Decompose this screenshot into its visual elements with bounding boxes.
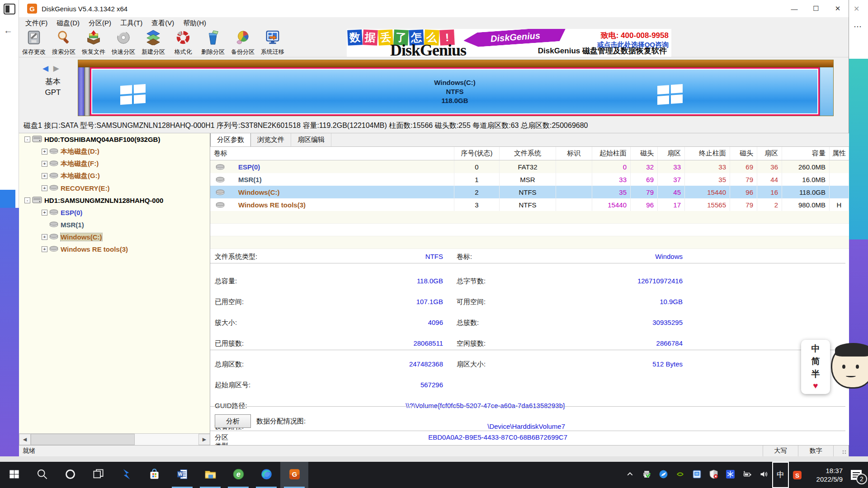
toolbar-button-recover-files[interactable]: 恢复文件	[79, 29, 108, 57]
tree-expander-icon[interactable]: +	[42, 161, 47, 167]
tree-item-7[interactable]: MSR(1)	[19, 219, 210, 231]
taskbar-cortana-button[interactable]	[56, 462, 84, 488]
table-row[interactable]: MSR(1)1MSR33693735794416.0MB	[210, 173, 849, 186]
tray-intel-button[interactable]	[689, 462, 705, 488]
close-button[interactable]: ✕	[827, 0, 849, 17]
toolbar-button-save[interactable]: 保存更改	[19, 29, 49, 57]
toolbar-button-backup-partition[interactable]: 备份分区	[228, 29, 258, 57]
action-center-button[interactable]: 2	[844, 462, 868, 488]
segment-esp[interactable]	[78, 67, 85, 116]
column-header-0[interactable]: 卷标	[210, 147, 454, 160]
back-arrow-icon[interactable]: ←	[4, 25, 13, 36]
tree-expander-icon[interactable]: +	[42, 246, 47, 252]
column-header-10[interactable]: 容量	[782, 147, 830, 160]
widget-toggle-0[interactable]: 中	[811, 343, 820, 355]
tree-item-8[interactable]: +Windows(C:)	[19, 231, 210, 243]
toolbar-button-delete-partition[interactable]: 删除分区	[198, 29, 228, 57]
disk-overview-strip[interactable]	[78, 60, 833, 67]
resize-grip[interactable]	[833, 446, 849, 456]
taskbar-task-view-button[interactable]	[84, 462, 112, 488]
menu-item-5[interactable]: 帮助(H)	[179, 18, 211, 28]
tray-chevron-up-button[interactable]	[622, 462, 638, 488]
tab-扇区编辑[interactable]: 扇区编辑	[291, 133, 331, 146]
ad-banner[interactable]: 数据丢了怎么! DiskGenius DiskGenius 致电: 400-00…	[347, 29, 671, 57]
tray-nvidia-button[interactable]	[672, 462, 689, 488]
table-row[interactable]: ESP(0)0FAT3203233336936260.0MB	[210, 160, 849, 173]
tree-item-5[interactable]: -HD1:SAMSUNGMZNLN128HAHQ-000	[19, 194, 210, 206]
column-header-5[interactable]: 磁头	[631, 147, 658, 160]
menu-item-3[interactable]: 工具(T)	[116, 18, 147, 28]
tree-item-2[interactable]: +本地磁盘(F:)	[19, 158, 210, 170]
tree-expander-icon[interactable]: +	[42, 185, 47, 191]
tray-volume-button[interactable]	[755, 462, 772, 488]
segment-windows-re[interactable]	[820, 67, 833, 116]
menu-item-4[interactable]: 查看(V)	[147, 18, 179, 28]
taskbar-store-button[interactable]	[140, 462, 168, 488]
tray-printer-button[interactable]	[638, 462, 655, 488]
toolbar-button-search-partition[interactable]: 搜索分区	[49, 29, 79, 57]
scrollbar-track[interactable]	[135, 434, 198, 445]
widget-toggle-1[interactable]: 简	[811, 356, 820, 367]
input-method-indicator[interactable]: 中	[772, 462, 789, 488]
menu-item-0[interactable]: 文件(F)	[21, 18, 52, 28]
widget-toggle-2[interactable]: 半	[811, 368, 820, 380]
table-row[interactable]: Windows RE tools(3)3NTFS1544096171556579…	[210, 198, 849, 211]
taskbar-ie-browser-button[interactable]: e	[224, 462, 252, 488]
taskbar-edge-button[interactable]	[252, 462, 280, 488]
tree-item-3[interactable]: +本地磁盘(G:)	[19, 170, 210, 182]
taskbar-diskgenius-button[interactable]: G	[280, 462, 308, 488]
tray-battery-button[interactable]	[739, 462, 755, 488]
toolbar-button-new-partition[interactable]: 新建分区	[138, 29, 168, 57]
analyze-button[interactable]: 分析	[215, 414, 251, 428]
taskbar-word-button[interactable]: W	[168, 462, 196, 488]
tab-分区参数[interactable]: 分区参数	[210, 133, 251, 146]
sogou-icon[interactable]: S	[789, 462, 806, 488]
column-header-1[interactable]: 序号(状态)	[454, 147, 500, 160]
column-header-9[interactable]: 扇区	[757, 147, 782, 160]
column-header-2[interactable]: 文件系统	[500, 147, 556, 160]
scrollbar-thumb[interactable]	[31, 434, 135, 445]
tree-horizontal-scrollbar[interactable]: ◀ ▶	[19, 433, 210, 445]
column-header-7[interactable]: 终止柱面	[685, 147, 730, 160]
tree-expander-icon[interactable]: -	[24, 136, 30, 142]
tree-expander-icon[interactable]: +	[42, 210, 47, 216]
tree-expander-icon[interactable]: -	[24, 197, 30, 203]
tab-浏览文件[interactable]: 浏览文件	[251, 133, 291, 146]
tree-item-9[interactable]: +Windows RE tools(3)	[19, 243, 210, 255]
toolbar-button-quick-partition[interactable]: 快速分区	[108, 29, 138, 57]
taskbar-search-button[interactable]	[28, 462, 56, 488]
tree-item-6[interactable]: +ESP(0)	[19, 206, 210, 219]
toolbar-button-system-migrate[interactable]: 系统迁移	[258, 29, 288, 57]
taskbar-clock[interactable]: 18:37 2022/5/9	[806, 466, 844, 483]
disk-nav-arrows[interactable]: ◀ ▶	[42, 64, 59, 73]
tree-expander-icon[interactable]: +	[42, 234, 47, 240]
scroll-left-icon[interactable]: ◀	[19, 434, 31, 445]
taskbar-file-explorer-button[interactable]	[196, 462, 224, 488]
tray-snowflake-button[interactable]	[722, 462, 739, 488]
heart-icon[interactable]: ♥	[813, 381, 818, 391]
tree-expander-icon[interactable]: +	[42, 149, 47, 155]
menu-item-1[interactable]: 磁盘(D)	[52, 18, 84, 28]
taskbar-start-button[interactable]	[0, 462, 28, 488]
column-header-8[interactable]: 磁头	[730, 147, 757, 160]
scroll-right-icon[interactable]: ▶	[198, 434, 210, 445]
column-header-6[interactable]: 扇区	[658, 147, 685, 160]
column-header-3[interactable]: 标识	[556, 147, 592, 160]
menu-item-2[interactable]: 分区(P)	[84, 18, 116, 28]
taskbar-flash-tool-button[interactable]	[112, 462, 140, 488]
next-disk-icon[interactable]: ▶	[53, 64, 59, 73]
maximize-button[interactable]: ☐	[805, 0, 827, 17]
toolbar-button-format[interactable]: 格式化	[168, 29, 198, 57]
tree-expander-icon[interactable]: +	[42, 173, 47, 179]
tree-item-4[interactable]: +RECOVERY(E:)	[19, 182, 210, 194]
input-method-widget[interactable]: 中简半♥	[801, 340, 830, 394]
column-header-4[interactable]: 起始柱面	[592, 147, 631, 160]
minimize-button[interactable]: —	[783, 0, 805, 17]
segment-windows-c[interactable]: Windows(C:) NTFS 118.0GB	[90, 67, 820, 116]
tree-item-0[interactable]: -HD0:TOSHIBAMQ04ABF100(932GB)	[19, 133, 210, 145]
prev-disk-icon[interactable]: ◀	[42, 64, 48, 73]
table-row[interactable]: Windows(C:)2NTFS357945154409616118.0GB	[210, 186, 849, 198]
segment-msr[interactable]	[85, 67, 90, 116]
tray-defender-button[interactable]	[705, 462, 722, 488]
tray-tim-button[interactable]	[655, 462, 672, 488]
